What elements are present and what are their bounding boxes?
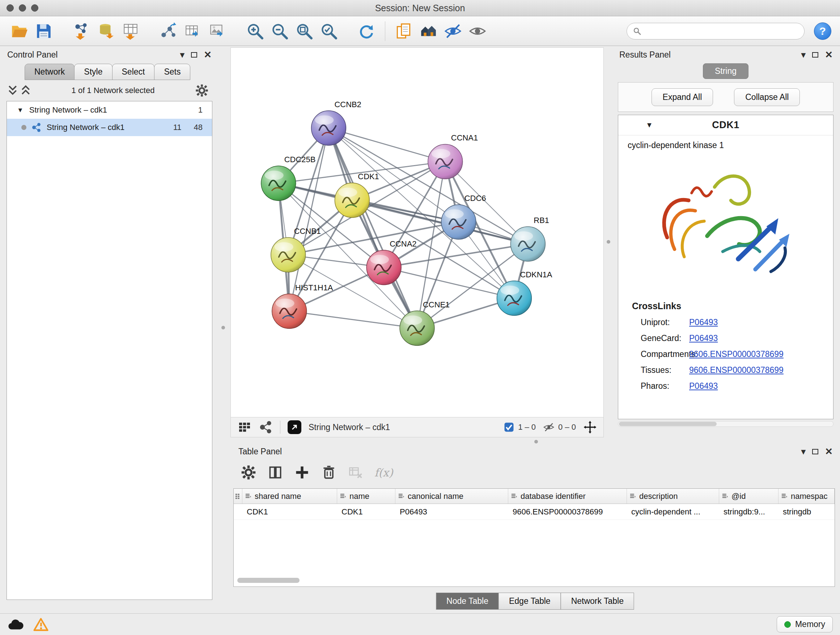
maximize-results-icon[interactable] xyxy=(812,52,818,57)
right-splitter-handle[interactable] xyxy=(607,240,610,244)
export-image-button[interactable] xyxy=(207,20,228,42)
collapse-all-icon[interactable] xyxy=(7,84,18,97)
expand-all-icon[interactable] xyxy=(20,84,31,97)
grid-view-icon[interactable] xyxy=(237,420,252,434)
network-node-cdkn1a[interactable]: CDKN1A xyxy=(497,270,553,316)
tab-string[interactable]: String xyxy=(703,63,748,79)
column-header-namespace[interactable]: namespac xyxy=(778,489,835,504)
new-network-button[interactable] xyxy=(158,20,179,42)
left-splitter-handle[interactable] xyxy=(221,326,225,329)
gear-icon[interactable] xyxy=(195,84,209,97)
network-node-ccnb2[interactable]: CCNB2 xyxy=(311,100,362,146)
collection-caret-icon[interactable]: ▼ xyxy=(17,106,24,114)
delete-column-icon[interactable] xyxy=(321,464,337,480)
search-input[interactable] xyxy=(645,27,798,36)
birdseye-view-button[interactable] xyxy=(418,20,439,42)
network-edge[interactable] xyxy=(289,311,417,328)
tab-network[interactable]: Network xyxy=(25,64,74,80)
cell-name[interactable]: CDK1 xyxy=(337,504,395,519)
cell-namespace[interactable]: stringdb xyxy=(778,504,835,519)
warning-icon[interactable] xyxy=(33,617,49,632)
cell-database-identifier[interactable]: 9606.ENSP00000378699 xyxy=(508,504,627,519)
cell-canonical-name[interactable]: P06493 xyxy=(395,504,508,519)
network-selected-status: 1 of 1 Network selected xyxy=(31,86,195,95)
crosslink-genecard-link[interactable]: P06493 xyxy=(689,333,718,343)
tab-select[interactable]: Select xyxy=(112,64,155,80)
pan-move-icon[interactable] xyxy=(583,420,597,434)
string-network-graph[interactable]: CCNB2CCNA1CDC25BCDK1CDC6RB1CCNB1CCNA2CDK… xyxy=(231,48,603,417)
protein-caret-icon[interactable]: ▼ xyxy=(646,121,653,129)
collapse-all-button[interactable]: Collapse All xyxy=(734,88,800,106)
import-table-from-file-button[interactable] xyxy=(120,20,141,42)
table-settings-gear-icon[interactable] xyxy=(240,464,256,480)
hidden-eye-slash-icon[interactable] xyxy=(543,421,554,433)
zoom-out-button[interactable] xyxy=(269,20,290,42)
network-collection-row[interactable]: ▼ String Network – cdk1 1 xyxy=(7,101,212,119)
tab-edge-table[interactable]: Edge Table xyxy=(499,593,561,610)
show-columns-icon[interactable] xyxy=(267,464,283,480)
cell-description[interactable]: cyclin-dependent ... xyxy=(627,504,719,519)
zoom-in-button[interactable] xyxy=(245,20,265,42)
network-edge[interactable] xyxy=(328,128,417,328)
network-node-cdk1[interactable]: CDK1 xyxy=(335,172,379,218)
cloud-icon[interactable] xyxy=(7,618,24,631)
selected-checkbox-icon[interactable] xyxy=(504,422,515,432)
network-node-rb1[interactable]: RB1 xyxy=(510,216,549,261)
open-in-string-button[interactable] xyxy=(287,420,302,434)
crosslink-pharos-link[interactable]: P06493 xyxy=(689,381,718,391)
network-node-hist1h1a[interactable]: HIST1H1A xyxy=(272,283,333,329)
share-view-icon[interactable] xyxy=(259,420,273,434)
float-results-icon[interactable]: ▾ xyxy=(801,50,806,59)
tab-style[interactable]: Style xyxy=(74,64,112,80)
minimize-window-button[interactable] xyxy=(19,4,26,11)
crosslink-tissues-link[interactable]: 9606.ENSP00000378699 xyxy=(689,365,783,375)
table-row[interactable]: CDK1 CDK1 P06493 9606.ENSP00000378699 cy… xyxy=(234,504,835,520)
network-canvas[interactable]: CCNB2CCNA1CDC25BCDK1CDC6RB1CCNB1CCNA2CDK… xyxy=(231,48,604,417)
table-horizontal-scrollbar[interactable] xyxy=(237,578,831,584)
close-results-icon[interactable]: ✕ xyxy=(825,49,833,60)
add-column-icon[interactable] xyxy=(294,464,310,480)
column-header-id[interactable]: @id xyxy=(719,489,778,504)
tab-node-table[interactable]: Node Table xyxy=(436,593,499,610)
cell-id[interactable]: stringdb:9... xyxy=(719,504,778,519)
memory-button[interactable]: Memory xyxy=(777,616,833,632)
zoom-selected-button[interactable] xyxy=(318,20,339,42)
column-header-database-identifier[interactable]: database identifier xyxy=(508,489,627,504)
network-row-selected[interactable]: String Network – cdk1 11 48 xyxy=(7,119,212,136)
maximize-table-icon[interactable] xyxy=(812,449,818,454)
import-network-from-file-button[interactable] xyxy=(71,20,92,42)
column-header-name[interactable]: name xyxy=(337,489,395,504)
close-panel-icon[interactable]: ✕ xyxy=(204,49,212,60)
expand-all-button[interactable]: Expand All xyxy=(652,88,714,106)
float-table-icon[interactable]: ▾ xyxy=(801,447,806,456)
help-button[interactable]: ? xyxy=(814,22,831,40)
export-table-button[interactable] xyxy=(182,20,203,42)
close-table-icon[interactable]: ✕ xyxy=(825,446,833,457)
column-header-canonical-name[interactable]: canonical name xyxy=(395,489,508,504)
bottom-splitter-handle[interactable] xyxy=(534,440,538,443)
tab-network-table[interactable]: Network Table xyxy=(561,593,634,610)
close-window-button[interactable] xyxy=(6,4,14,11)
network-edge[interactable] xyxy=(384,268,514,298)
results-scrollbar[interactable] xyxy=(618,421,834,427)
copy-document-button[interactable] xyxy=(393,20,414,42)
maximize-panel-icon[interactable] xyxy=(191,52,197,57)
column-header-description[interactable]: description xyxy=(627,489,719,504)
open-session-button[interactable] xyxy=(9,20,30,42)
float-panel-icon[interactable]: ▾ xyxy=(180,50,185,59)
cell-shared-name[interactable]: CDK1 xyxy=(242,504,337,519)
apply-layout-button[interactable] xyxy=(356,20,377,42)
zoom-window-button[interactable] xyxy=(31,4,38,11)
show-all-button[interactable] xyxy=(467,20,488,42)
network-node-ccna1[interactable]: CCNA1 xyxy=(428,133,478,179)
column-header-shared-name[interactable]: shared name xyxy=(242,489,337,504)
tab-sets[interactable]: Sets xyxy=(154,64,190,80)
import-network-from-database-button[interactable] xyxy=(95,20,117,42)
crosslink-compartments-link[interactable]: 9606.ENSP00000378699 xyxy=(689,349,783,359)
hide-selected-button[interactable] xyxy=(442,20,463,42)
zoom-fit-button[interactable] xyxy=(294,20,315,42)
protein-card-header[interactable]: ▼ CDK1 xyxy=(618,115,833,135)
network-edge[interactable] xyxy=(328,128,445,162)
save-session-button[interactable] xyxy=(33,20,54,42)
crosslink-uniprot-link[interactable]: P06493 xyxy=(689,318,718,327)
